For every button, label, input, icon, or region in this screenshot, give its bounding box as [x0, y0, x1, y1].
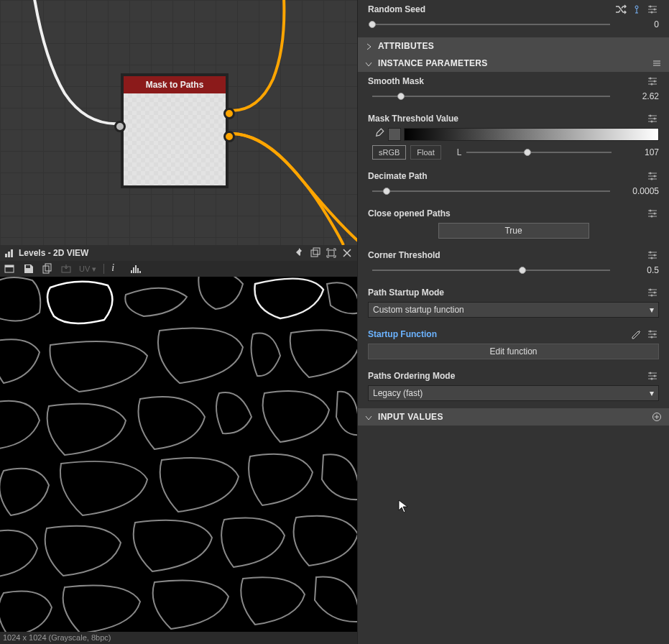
add-icon[interactable]	[652, 412, 662, 422]
section-instance-parameters[interactable]: INSTANCE PARAMETERS	[358, 55, 669, 72]
panel-2d-title: Levels - 2D VIEW	[19, 248, 88, 258]
chevron-right-icon	[365, 42, 372, 50]
mask-threshold-slider[interactable]	[466, 147, 612, 158]
gradient-bar[interactable]	[404, 128, 659, 141]
node-output-port-1[interactable]	[223, 108, 235, 119]
chevron-down-icon	[365, 413, 372, 420]
svg-point-44	[651, 378, 653, 380]
svg-point-33	[650, 252, 652, 254]
options-icon[interactable]	[646, 207, 659, 220]
pin-icon[interactable]	[294, 247, 305, 259]
node-output-port-2[interactable]	[223, 131, 235, 142]
svg-rect-15	[137, 268, 139, 273]
section-attributes[interactable]: ATTRIBUTES	[358, 37, 669, 55]
decimate-path-label: Decimate Path	[368, 171, 643, 181]
close-icon[interactable]	[341, 247, 353, 259]
svg-point-43	[654, 375, 656, 377]
section-input-values[interactable]: INPUT VALUES	[358, 408, 669, 426]
instance-parameters-title: INSTANCE PARAMETERS	[378, 58, 488, 68]
uv-dropdown[interactable]: UV ▾	[79, 264, 96, 274]
svg-rect-10	[45, 264, 51, 271]
svg-point-42	[650, 372, 652, 374]
close-opened-toggle[interactable]: True	[438, 223, 589, 239]
restore-icon[interactable]	[310, 247, 321, 259]
options-icon[interactable]	[652, 58, 662, 68]
path-startup-mode-label: Path Startup Mode	[368, 288, 643, 298]
new-window-icon[interactable]	[4, 263, 16, 275]
options-icon[interactable]	[646, 3, 659, 16]
options-icon[interactable]	[646, 286, 659, 299]
svg-point-18	[650, 6, 652, 8]
node-input-port[interactable]	[114, 121, 126, 132]
save-icon[interactable]	[23, 263, 34, 275]
corner-threshold-value[interactable]: 0.5	[616, 265, 659, 275]
properties-empty-area	[358, 426, 669, 644]
preview-2d-viewport[interactable]	[0, 277, 357, 632]
svg-point-32	[651, 216, 653, 218]
options-icon[interactable]	[646, 249, 659, 262]
path-startup-mode-dropdown[interactable]: Custom startup function ▾	[368, 302, 659, 318]
maximize-icon[interactable]	[326, 247, 337, 259]
corner-threshold-slider[interactable]	[372, 264, 610, 276]
histogram-icon[interactable]	[130, 263, 142, 275]
svg-point-31	[654, 213, 656, 215]
svg-rect-13	[133, 267, 134, 273]
startup-function-label[interactable]: Startup Function	[368, 329, 627, 339]
svg-point-25	[654, 118, 656, 120]
options-icon[interactable]	[646, 112, 659, 125]
random-seed-value[interactable]: 0	[616, 19, 659, 29]
node-mask-to-paths[interactable]: Mask to Paths	[121, 73, 229, 188]
svg-point-21	[650, 78, 652, 80]
corner-threshold-label: Corner Threshold	[368, 250, 643, 260]
attributes-title: ATTRIBUTES	[378, 41, 434, 51]
svg-point-34	[654, 254, 656, 257]
path-startup-mode-selected: Custom startup function	[373, 305, 464, 315]
param-smooth-mask: Smooth Mask 2.62	[358, 72, 669, 109]
svg-point-29	[651, 178, 653, 180]
copy-icon[interactable]	[42, 263, 53, 275]
edit-icon[interactable]	[630, 328, 643, 341]
export-icon[interactable]	[60, 263, 72, 275]
param-path-startup-mode: Path Startup Mode Custom startup functio…	[358, 283, 669, 325]
svg-rect-9	[43, 266, 49, 273]
svg-rect-1	[8, 252, 10, 257]
mask-threshold-value[interactable]: 107	[616, 147, 659, 157]
options-icon[interactable]	[646, 328, 659, 341]
panel-2d-title-bar: Levels - 2D VIEW	[0, 245, 357, 261]
param-startup-function: Startup Function Edit function	[358, 325, 669, 367]
status-bar: 1024 x 1024 (Grayscale, 8bpc)	[0, 632, 357, 644]
pin-param-icon[interactable]	[630, 3, 643, 16]
info-icon[interactable]: i	[111, 263, 123, 275]
srgb-button[interactable]: sRGB	[372, 145, 406, 160]
options-icon[interactable]	[646, 369, 659, 382]
panel-2d-view: Levels - 2D VIEW UV ▾ i	[0, 245, 358, 644]
smooth-mask-slider[interactable]	[372, 91, 610, 102]
chevron-down-icon: ▾	[650, 305, 654, 315]
color-swatch[interactable]	[388, 128, 401, 141]
shuffle-icon[interactable]	[614, 3, 627, 16]
options-icon[interactable]	[646, 170, 659, 183]
smooth-mask-value[interactable]: 2.62	[616, 91, 659, 101]
node-graph-canvas[interactable]: Mask to Paths	[0, 0, 358, 245]
properties-panel: Random Seed 0 ATTRIBUTES INSTANCE PARAME…	[358, 0, 669, 644]
decimate-path-slider[interactable]	[372, 185, 610, 197]
close-opened-label: Close opened Paths	[368, 208, 643, 218]
svg-point-27	[650, 172, 652, 175]
svg-point-24	[650, 115, 652, 117]
options-icon[interactable]	[646, 75, 659, 88]
preview-shapes	[0, 277, 357, 632]
svg-rect-4	[313, 248, 320, 254]
float-button[interactable]: Float	[410, 145, 440, 160]
svg-point-22	[654, 80, 656, 83]
channel-label: L	[457, 147, 462, 157]
svg-rect-2	[11, 249, 13, 257]
random-seed-slider[interactable]	[372, 19, 610, 30]
chevron-down-icon: ▾	[650, 388, 654, 398]
svg-point-39	[650, 331, 652, 333]
svg-rect-14	[135, 265, 137, 273]
node-title: Mask to Paths	[124, 76, 226, 93]
eyedropper-icon[interactable]	[372, 128, 385, 141]
paths-ordering-dropdown[interactable]: Legacy (fast) ▾	[368, 385, 659, 401]
edit-function-button[interactable]: Edit function	[368, 344, 659, 359]
decimate-path-value[interactable]: 0.0005	[616, 186, 659, 196]
